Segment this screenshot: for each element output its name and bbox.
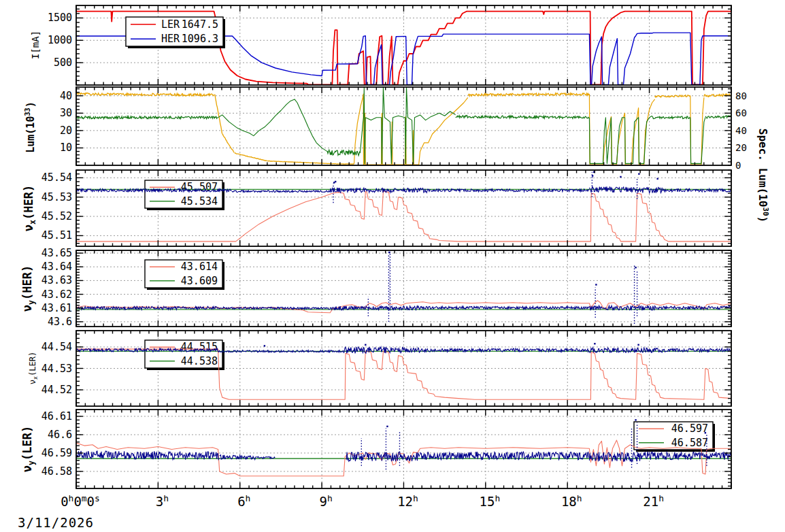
series-spec-lum bbox=[456, 116, 589, 119]
y-tick-label: 20 bbox=[60, 124, 72, 137]
series-nux-her-meas bbox=[341, 188, 431, 193]
y2-axis-title: Spec. Lum(1030) bbox=[756, 129, 770, 222]
series-nuy-ler-dots bbox=[705, 432, 706, 433]
y2-tick-label: 0 bbox=[735, 160, 741, 171]
series-nuy-her-dots bbox=[635, 267, 636, 268]
x-tick-label: 15h bbox=[480, 493, 501, 509]
series-spec-lum bbox=[76, 116, 218, 119]
y-tick-label: 40 bbox=[60, 90, 72, 102]
series-nux-ler-dots bbox=[594, 343, 595, 344]
y2-tick-label: 20 bbox=[735, 142, 747, 153]
series-lum bbox=[235, 153, 267, 161]
legend: 44.51544.538 bbox=[145, 340, 224, 370]
series-spec-lum bbox=[705, 116, 731, 118]
series-nuy-ler-meas bbox=[346, 452, 420, 462]
y-axis-title: νx(HER) bbox=[22, 185, 37, 231]
y-tick-label: 500 bbox=[54, 56, 72, 69]
legend-value: 46.597 bbox=[671, 422, 708, 435]
series-nux-her-dots bbox=[592, 175, 593, 176]
x-tick-label: 12h bbox=[397, 493, 418, 509]
legend: 45.50745.534 bbox=[145, 180, 224, 210]
series-nuy-her-meas bbox=[658, 306, 731, 310]
y-tick-label: 43.65 bbox=[41, 247, 72, 259]
series-nux-her-dots bbox=[620, 176, 621, 178]
y-axis-title: νy(LER) bbox=[20, 426, 36, 472]
series-spec-lum-late bbox=[690, 118, 705, 164]
y-tick-label: 46.61 bbox=[41, 410, 72, 422]
y-tick-label: 46.59 bbox=[41, 447, 72, 459]
legend-value: 43.609 bbox=[181, 275, 218, 287]
x-tick-label: 9h bbox=[320, 493, 333, 509]
legend: 43.61443.609 bbox=[145, 260, 224, 290]
y-tick-label: 45.54 bbox=[41, 171, 72, 184]
series-lum bbox=[215, 95, 222, 134]
y-tick-label: 46.6 bbox=[48, 429, 72, 441]
y-tick-label: 10 bbox=[60, 142, 72, 154]
series-lum bbox=[267, 161, 338, 165]
y-axis-title: Lum(1033) bbox=[24, 101, 37, 153]
beam-tune-monitor-canvas: LER1647.5HER1096.350010001500I[mA]102030… bbox=[0, 0, 785, 532]
x-tick-label: 21h bbox=[643, 493, 664, 509]
series-nux-ler-meas bbox=[344, 347, 420, 353]
series-spec-lum-evening bbox=[589, 116, 652, 163]
series-nuy-her-dots bbox=[595, 284, 597, 285]
series-spec-lum-drift bbox=[218, 99, 328, 152]
legend-value: 43.614 bbox=[181, 261, 218, 273]
series-nuy-ler-meas bbox=[589, 452, 649, 462]
y2-tick-label: 60 bbox=[735, 107, 747, 118]
legend: 46.59746.587 bbox=[634, 422, 715, 452]
legend-series-name: LER bbox=[161, 18, 180, 31]
legend-value: 44.538 bbox=[181, 355, 218, 367]
legend-value: 45.534 bbox=[181, 195, 218, 207]
y2-tick-label: 80 bbox=[735, 90, 747, 101]
y2-tick-label: 40 bbox=[735, 125, 747, 136]
y-tick-label: 44.52 bbox=[41, 384, 72, 396]
series-lum bbox=[222, 133, 235, 152]
legend-value: 45.507 bbox=[181, 181, 218, 193]
date-label: 3/11/2026 bbox=[18, 515, 94, 530]
legend-value: 46.587 bbox=[671, 437, 708, 449]
y-tick-label: 43.61 bbox=[41, 302, 72, 314]
series-nuy-ler-dots bbox=[635, 419, 636, 420]
x-tick-label: 0h0m0s bbox=[61, 493, 100, 509]
y-axis-title: I[mA] bbox=[30, 31, 41, 59]
legend-series-name: HER bbox=[161, 33, 180, 45]
series-nuy-her-meas bbox=[420, 306, 589, 309]
y-tick-label: 30 bbox=[60, 107, 72, 119]
series-nux-her-meas bbox=[589, 186, 663, 193]
y-tick-label: 45.51 bbox=[41, 229, 72, 242]
data-group bbox=[76, 87, 731, 165]
y-axis-title: νy(HER) bbox=[20, 265, 36, 312]
series-lum bbox=[468, 93, 589, 96]
series-nux-her-dots bbox=[335, 181, 336, 182]
tune-monitor-plot: LER1647.5HER1096.350010001500I[mA]102030… bbox=[0, 0, 785, 532]
series-lum-injection bbox=[354, 94, 468, 165]
y-tick-label: 43.6 bbox=[48, 316, 72, 328]
data-group bbox=[76, 343, 731, 399]
legend-value: 1647.5 bbox=[182, 18, 218, 31]
series-nux-ler-dots bbox=[365, 344, 366, 346]
series-nux-her-dots bbox=[656, 178, 658, 180]
series-nux-ler-dots bbox=[637, 344, 639, 346]
legend-value: 1096.3 bbox=[182, 33, 218, 45]
series-nuy-ler-dots bbox=[386, 426, 388, 427]
series-spec-lum-injection bbox=[360, 87, 455, 163]
y-tick-label: 44.53 bbox=[41, 363, 72, 375]
x-tick-label: 3h bbox=[156, 493, 169, 509]
y-tick-label: 1000 bbox=[48, 34, 72, 46]
series-nux-her-dots bbox=[638, 173, 639, 174]
y-tick-label: 43.63 bbox=[41, 274, 72, 286]
y-tick-label: 43.64 bbox=[41, 261, 72, 273]
series-spec-lum bbox=[652, 116, 690, 119]
legend: LER1647.5HER1096.3 bbox=[126, 17, 225, 48]
series-nux-ler-meas bbox=[218, 350, 344, 352]
y-tick-label: 1500 bbox=[48, 12, 72, 24]
y-tick-label: 45.53 bbox=[41, 191, 72, 203]
y-tick-label: 45.52 bbox=[41, 210, 72, 222]
series-lum-evening bbox=[589, 94, 654, 165]
x-tick-label: 6h bbox=[237, 493, 250, 509]
series-lum bbox=[655, 95, 690, 97]
y-tick-label: 46.58 bbox=[41, 465, 72, 478]
y-tick-label: 43.62 bbox=[41, 288, 72, 301]
series-nux-ler-dots bbox=[264, 345, 265, 346]
